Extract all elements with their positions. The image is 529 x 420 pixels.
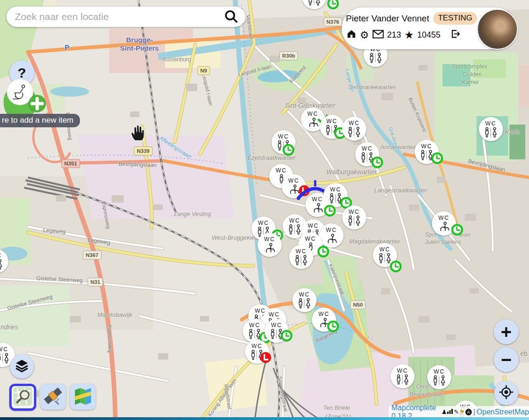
geolocate-icon [499, 385, 514, 401]
license-icon[interactable]: A [465, 409, 472, 415]
plus-glyph: + [501, 322, 511, 342]
clockL-badge [317, 245, 330, 258]
gear-icon[interactable]: ⚙ [360, 30, 369, 40]
toilet-marker-pin[interactable]: WC [427, 365, 451, 389]
toilet-marker-pin[interactable]: WC [302, 0, 326, 9]
edit-icon[interactable]: ✎ [454, 408, 459, 415]
theme-flag-icon[interactable]: ⚑ [459, 408, 465, 415]
mapcomplete-app: Brugge-Sint-PietersRustenburgPVaartstraa… [0, 0, 529, 420]
marker-wc-label: WC [438, 215, 450, 221]
marker-wc-label: WC [305, 236, 316, 242]
zoom-in-button[interactable]: + [494, 319, 519, 344]
marker-wc-label: WC [421, 143, 432, 150]
marker-wc-label: WC [258, 220, 269, 226]
marker-wc-label: WC [299, 291, 310, 298]
marker-wc-label: WC [249, 322, 260, 328]
marker-wc-label: WC [397, 368, 408, 374]
redL-badge [259, 351, 272, 364]
clockL-badge [431, 152, 443, 164]
background-osm-button[interactable] [9, 384, 36, 411]
marker-wc-label: WC [276, 167, 287, 174]
search-bar[interactable] [7, 7, 245, 27]
marker-wc-label: WC [318, 311, 330, 317]
home-icon[interactable] [346, 29, 357, 41]
toilet-marker-pin[interactable]: WC [319, 223, 344, 248]
layers-icon [15, 359, 29, 374]
toilet-marker-pin[interactable]: WC [390, 364, 415, 388]
messages-count: 213 [387, 30, 401, 40]
clockL-badge [371, 156, 384, 169]
attribution-separator: | [473, 408, 475, 416]
attribution-icons[interactable]: ♟ ✎ ⚑ A [442, 408, 472, 415]
avatar[interactable] [477, 9, 518, 50]
contributor-icon[interactable]: ♟ [442, 408, 447, 415]
testing-badge: TESTING [433, 12, 477, 25]
changes-count: 10455 [417, 30, 440, 40]
map-markers-layer: WCWCWCWCWCWCWCWCWCWCWCWCWCWCWCWCWCWCWCWC… [0, 0, 529, 420]
attribution-bar: Mapcomplete 0.18.2 ♟ ✎ ⚑ A | OpenStreetM… [389, 406, 529, 418]
marker-wc-label: WC [362, 145, 373, 152]
minus-glyph: − [501, 349, 511, 370]
marker-wc-label: WC [296, 248, 307, 255]
clockL-badge [327, 0, 339, 10]
search-icon[interactable] [223, 9, 239, 25]
marker-wc-label: WC [264, 236, 275, 243]
toilet-marker-pin[interactable]: WC [292, 288, 317, 312]
bottom-progress-bar [0, 417, 529, 420]
zoom-out-button[interactable]: − [494, 347, 519, 372]
search-input[interactable] [7, 11, 223, 22]
toilet-marker-pin[interactable]: WC [0, 249, 8, 273]
hand-cursor-icon [130, 124, 147, 144]
user-name[interactable]: Pieter Vander Vennet [346, 13, 429, 24]
toilet-marker-pin[interactable]: WC [479, 117, 503, 141]
clockL-badge [390, 260, 402, 273]
mail-icon[interactable] [372, 30, 384, 41]
background-layer-chooser [9, 384, 96, 411]
toilet-marker-pin[interactable]: WC [342, 205, 366, 230]
background-map-button[interactable] [70, 384, 96, 410]
toilet-marker-pin[interactable]: WC [258, 233, 282, 257]
marker-wc-label: WC [434, 368, 445, 375]
clockL-badge [280, 329, 293, 342]
logout-icon[interactable] [450, 29, 461, 41]
marker-wc-label: WC [289, 217, 300, 224]
marker-wc-label: WC [326, 227, 337, 233]
marker-wc-label: WC [278, 133, 289, 140]
marker-wc-label: WC [326, 118, 337, 125]
user-panel[interactable]: Pieter Vander Vennet TESTING ⚙ 213 ★ 104… [342, 7, 516, 49]
statistics-icon[interactable] [447, 408, 453, 415]
satellite-icon [43, 386, 63, 407]
osm-link[interactable]: OpenStreetMap [476, 408, 529, 416]
toilet-marker-pin[interactable]: WC [342, 117, 366, 141]
marker-wc-label: WC [485, 120, 496, 127]
marker-wc-label: WC [330, 186, 341, 193]
osm-map-icon [13, 387, 32, 407]
folded-map-icon [73, 386, 93, 407]
clockL-badge [324, 204, 336, 217]
marker-wc-label: WC [349, 209, 360, 215]
marker-wc-label: WC [269, 311, 280, 318]
clockL-badge [282, 144, 295, 156]
clockL-badge [327, 320, 339, 333]
marker-wc-label: WC [0, 346, 8, 353]
clockL-badge [451, 223, 463, 236]
marker-wc-label: WC [349, 120, 360, 126]
marker-wc-label: WC [379, 246, 390, 253]
star-icon[interactable]: ★ [404, 30, 414, 40]
marker-wc-label: WC [312, 196, 323, 203]
marker-wc-label: WC [271, 322, 282, 328]
marker-wc-label: WC [251, 343, 263, 349]
geolocate-button[interactable] [494, 381, 518, 405]
marker-wc-label: WC [0, 252, 2, 259]
toilet-marker-pin[interactable]: WC [289, 245, 313, 269]
marker-wc-label: WC [308, 223, 319, 229]
add-item-tooltip: re to add a new item [0, 114, 80, 127]
background-satellite-button[interactable] [40, 384, 66, 410]
layers-button[interactable] [10, 354, 34, 379]
